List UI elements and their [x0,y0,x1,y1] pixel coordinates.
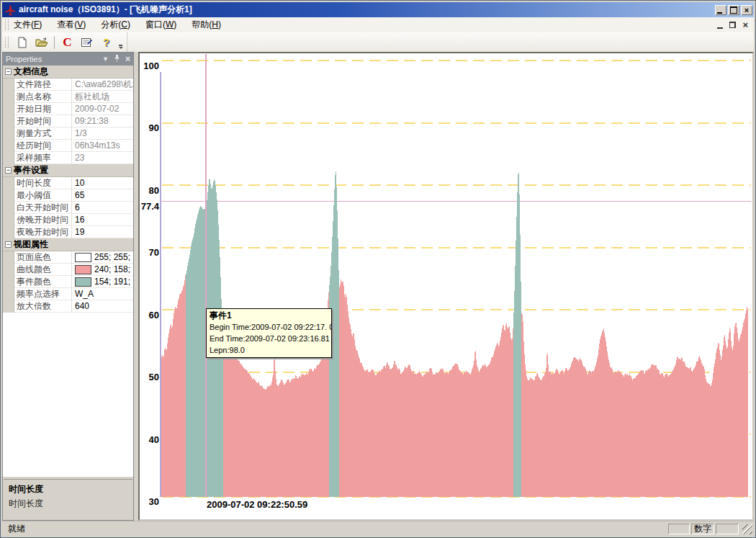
property-value[interactable]: C:\awa6298\机场 [72,79,133,91]
property-row[interactable]: 放大倍数640 [3,300,133,313]
help-button[interactable]: ? [97,34,115,50]
property-row[interactable]: 测量方式1/3 [3,127,133,140]
panel-dropdown-icon[interactable]: ▼ [102,55,109,63]
row-gutter [3,79,14,91]
property-row[interactable]: 最小阈值65 [3,189,133,202]
menu-grip[interactable] [5,19,9,30]
resize-grip[interactable] [742,524,752,534]
property-label: 时间长度 [14,177,72,189]
event-tooltip-lines: Begin Time:2009-07-02 09:22:17. 0End Tim… [210,321,328,356]
collapse-icon[interactable]: − [5,167,12,174]
collapse-icon[interactable]: − [5,241,12,248]
menu-item-H[interactable]: 帮助(H) [190,17,222,33]
open-folder-icon [35,37,48,48]
property-value[interactable]: 6 [72,202,133,214]
menu-item-C[interactable]: 分析(C) [99,17,132,33]
y-tick-label: 70 [140,248,159,258]
property-group-header[interactable]: −事件设置 [3,164,133,177]
property-row[interactable]: 页面底色255; 255; 255 [3,251,133,264]
property-row[interactable]: 频率点选择W_A [3,288,133,300]
property-value[interactable]: 06h34m13s [72,140,133,152]
y-tick-label: 100 [140,61,159,71]
property-group-header[interactable]: −文档信息 [3,66,133,79]
property-group-header[interactable]: −视图属性 [3,238,133,251]
convert-c-button[interactable]: C [58,34,76,50]
property-row[interactable]: 测点名称栎社机场 [3,91,133,103]
menu-item-F[interactable]: 文件(F) [12,17,43,33]
minimize-button[interactable] [715,5,726,15]
properties-button[interactable] [78,34,96,50]
title-bar: aircraft noise（ISO3891）- [飞机噪声分析1] × [2,2,754,17]
property-description-text: 时间长度 [9,498,127,510]
client-area: Properties ▼ × −文档信息文件路径C:\awa6298\机场测点名… [2,52,754,521]
property-value[interactable]: 240; 158; 158 [72,264,133,276]
panel-close-icon[interactable]: × [125,54,130,64]
property-label: 经历时间 [14,140,72,152]
property-row[interactable]: 白天开始时间6 [3,202,133,214]
property-value[interactable]: 16 [72,214,133,226]
toolbar-grip[interactable] [5,37,9,48]
mdi-close-button[interactable]: × [742,21,748,30]
property-value[interactable]: 640 [72,300,133,313]
property-value[interactable]: 10 [72,177,133,189]
status-panel-1 [668,524,690,534]
property-row[interactable]: 曲线颜色240; 158; 158 [3,264,133,276]
property-row[interactable]: 夜晚开始时间19 [3,226,133,238]
property-value[interactable]: 19 [72,226,133,238]
property-value[interactable]: 23 [72,152,133,164]
pin-icon[interactable] [114,55,120,64]
property-row[interactable]: 开始时间09:21:38 [3,115,133,127]
maximize-icon [730,6,737,14]
property-row[interactable]: 经历时间06h34m13s [3,140,133,152]
property-value[interactable]: W_A [72,288,133,300]
property-row[interactable]: 采样频率23 [3,152,133,164]
property-value[interactable]: 09:21:38 [72,115,133,127]
property-value[interactable]: 1/3 [72,127,133,140]
collapse-icon[interactable]: − [5,68,12,75]
mdi-minimize-button[interactable] [717,22,723,29]
menu-bar-row: 文件(F)查看(V)分析(C)窗口(W)帮助(H) × [2,17,754,32]
property-label: 频率点选择 [14,288,72,300]
help-icon: ? [103,36,109,48]
new-document-button[interactable] [13,34,31,50]
property-row[interactable]: 开始日期2009-07-02 [3,103,133,115]
property-label: 采样频率 [14,152,72,164]
property-value[interactable]: 栎社机场 [72,91,133,103]
properties-panel-header: Properties ▼ × [3,53,133,66]
event-tooltip-title: 事件1 [210,310,328,321]
close-button[interactable]: × [741,5,752,15]
menu-item-V[interactable]: 查看(V) [55,17,87,33]
row-gutter [3,226,14,238]
property-row[interactable]: 傍晚开始时间16 [3,214,133,226]
window-title: aircraft noise（ISO3891）- [飞机噪声分析1] [19,4,715,16]
open-file-button[interactable] [32,34,50,50]
property-label: 开始日期 [14,103,72,115]
status-panel-3 [716,524,739,534]
event-region[interactable] [513,166,521,497]
property-row[interactable]: 事件颜色154; 191; 183 [3,276,133,288]
row-gutter [3,177,14,189]
mdi-restore-button[interactable] [729,22,736,28]
property-label: 放大倍数 [14,300,72,313]
property-value[interactable]: 255; 255; 255 [72,251,133,264]
y-tick-label: 50 [140,372,159,382]
row-gutter [3,140,14,152]
maximize-button[interactable] [728,5,739,15]
property-value[interactable]: 154; 191; 183 [72,276,133,288]
y-tick-label: 40 [140,435,159,445]
toolbar-overflow-button[interactable] [116,32,125,52]
status-text: 就绪 [2,523,668,535]
property-row[interactable]: 文件路径C:\awa6298\机场 [3,79,133,91]
property-value[interactable]: 65 [72,189,133,202]
property-value[interactable]: 2009-07-02 [72,103,133,115]
property-row[interactable]: 时间长度10 [3,177,133,189]
property-group-label: 视图属性 [14,238,48,251]
color-swatch [75,253,91,262]
status-bar: 就绪 数字 [2,521,754,537]
property-label: 文件路径 [14,79,72,91]
noise-chart[interactable]: 100908077.47060504030 2009-07-02 09:22:5… [140,53,752,519]
y-tick-label: 30 [140,497,159,507]
airplane-icon [4,4,17,16]
menu-item-W[interactable]: 窗口(W) [144,17,178,33]
row-gutter [3,300,14,313]
